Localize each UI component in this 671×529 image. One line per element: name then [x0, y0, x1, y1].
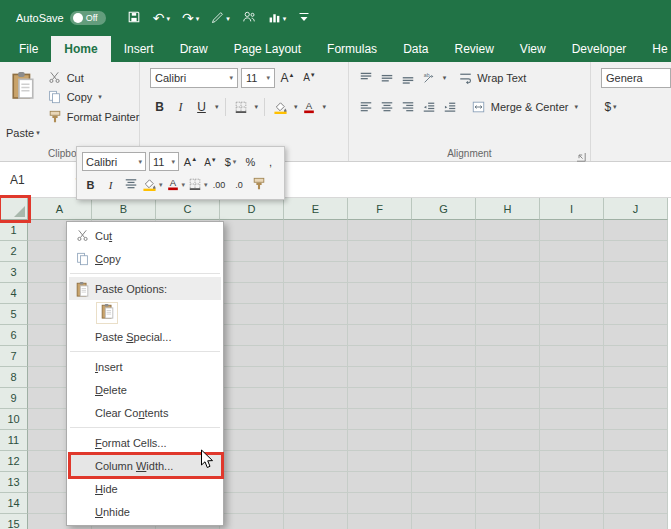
cell-G6[interactable] — [412, 325, 476, 346]
menu-item-hide[interactable]: Hide — [69, 477, 221, 500]
cell-J5[interactable] — [604, 304, 668, 325]
row-header-11[interactable]: 11 — [0, 430, 28, 451]
chart-icon[interactable]: ▾ — [265, 9, 290, 28]
cell-F1[interactable] — [348, 220, 412, 241]
menu-item-column-width[interactable]: Column Width... — [69, 454, 221, 477]
row-header-8[interactable]: 8 — [0, 367, 28, 388]
row-header-14[interactable]: 14 — [0, 493, 28, 514]
column-header-e[interactable]: E — [284, 198, 348, 220]
menu-item-unhide[interactable]: Unhide — [69, 500, 221, 523]
tab-developer[interactable]: Developer — [559, 36, 640, 62]
paste-button[interactable]: Paste▾ — [6, 68, 40, 143]
cell-J12[interactable] — [604, 451, 668, 472]
bottom-align-button[interactable] — [399, 68, 418, 88]
column-header-c[interactable]: C — [156, 198, 220, 220]
mini-italic-button[interactable]: I — [102, 175, 119, 194]
caret-down-icon[interactable]: ▾ — [443, 74, 447, 82]
cell-G4[interactable] — [412, 283, 476, 304]
column-header-j[interactable]: J — [604, 198, 668, 220]
middle-align-button[interactable] — [378, 68, 397, 88]
borders-button[interactable] — [232, 97, 251, 117]
cell-G2[interactable] — [412, 241, 476, 262]
cell-I3[interactable] — [540, 262, 604, 283]
cell-I10[interactable] — [540, 409, 604, 430]
copy-button[interactable]: Copy▾ — [47, 90, 140, 104]
cell-J2[interactable] — [604, 241, 668, 262]
cell-F11[interactable] — [348, 430, 412, 451]
mini-comma-style-button[interactable]: , — [262, 152, 279, 171]
cell-G12[interactable] — [412, 451, 476, 472]
cell-I9[interactable] — [540, 388, 604, 409]
cell-G1[interactable] — [412, 220, 476, 241]
row-header-10[interactable]: 10 — [0, 409, 28, 430]
cell-E2[interactable] — [284, 241, 348, 262]
cell-G10[interactable] — [412, 409, 476, 430]
cell-D8[interactable] — [220, 367, 284, 388]
number-format-combo[interactable]: Genera — [601, 68, 671, 88]
cell-E1[interactable] — [284, 220, 348, 241]
font-size-combo[interactable]: 11▾ — [241, 68, 275, 88]
cell-F2[interactable] — [348, 241, 412, 262]
cell-J15[interactable] — [604, 514, 668, 529]
cell-E13[interactable] — [284, 472, 348, 493]
cell-I15[interactable] — [540, 514, 604, 529]
cell-E9[interactable] — [284, 388, 348, 409]
grow-font-button[interactable]: A▲ — [278, 68, 297, 88]
cell-F9[interactable] — [348, 388, 412, 409]
cell-J13[interactable] — [604, 472, 668, 493]
cell-D11[interactable] — [220, 430, 284, 451]
tab-data[interactable]: Data — [390, 36, 441, 62]
cell-D4[interactable] — [220, 283, 284, 304]
cell-H10[interactable] — [476, 409, 540, 430]
paste-option-button[interactable] — [96, 302, 118, 324]
merge-center-button[interactable]: Merge & Center▾ — [471, 100, 578, 114]
align-right-button[interactable] — [399, 97, 418, 117]
save-icon[interactable] — [124, 8, 144, 28]
cell-H5[interactable] — [476, 304, 540, 325]
row-header-9[interactable]: 9 — [0, 388, 28, 409]
cell-I13[interactable] — [540, 472, 604, 493]
mini-decrease-decimal-button[interactable]: .0 — [231, 175, 248, 194]
decrease-indent-button[interactable] — [420, 97, 439, 117]
menu-item-copy[interactable]: Copy — [69, 247, 221, 270]
cell-J1[interactable] — [604, 220, 668, 241]
orientation-button[interactable]: ab — [420, 68, 439, 88]
menu-item-cut[interactable]: Cut — [69, 224, 221, 247]
row-header-1[interactable]: 1 — [0, 220, 28, 241]
cell-H2[interactable] — [476, 241, 540, 262]
menu-item-insert[interactable]: Insert — [69, 355, 221, 378]
cell-I12[interactable] — [540, 451, 604, 472]
mini-font-size-combo[interactable]: 11▾ — [149, 152, 179, 171]
cell-D1[interactable] — [220, 220, 284, 241]
cell-G15[interactable] — [412, 514, 476, 529]
cell-F15[interactable] — [348, 514, 412, 529]
shrink-font-button[interactable]: A▼ — [300, 68, 319, 88]
cell-G3[interactable] — [412, 262, 476, 283]
people-icon[interactable] — [239, 8, 259, 28]
tab-home[interactable]: Home — [51, 36, 110, 62]
column-header-h[interactable]: H — [476, 198, 540, 220]
cell-H6[interactable] — [476, 325, 540, 346]
cell-J4[interactable] — [604, 283, 668, 304]
column-header-a[interactable]: A — [28, 198, 92, 220]
cell-D15[interactable] — [220, 514, 284, 529]
mini-format-painter-button[interactable] — [251, 175, 268, 194]
cell-I4[interactable] — [540, 283, 604, 304]
cell-E3[interactable] — [284, 262, 348, 283]
cell-H8[interactable] — [476, 367, 540, 388]
cell-H9[interactable] — [476, 388, 540, 409]
tab-view[interactable]: View — [507, 36, 559, 62]
row-header-7[interactable]: 7 — [0, 346, 28, 367]
cell-E6[interactable] — [284, 325, 348, 346]
mini-fill-color-button[interactable]: ▾ — [142, 175, 163, 194]
cell-J3[interactable] — [604, 262, 668, 283]
top-align-button[interactable] — [357, 68, 376, 88]
mini-shrink-font-button[interactable]: A▼ — [202, 152, 219, 171]
cell-F12[interactable] — [348, 451, 412, 472]
cell-E5[interactable] — [284, 304, 348, 325]
column-header-f[interactable]: F — [348, 198, 412, 220]
cell-J10[interactable] — [604, 409, 668, 430]
cell-E14[interactable] — [284, 493, 348, 514]
row-header-4[interactable]: 4 — [0, 283, 28, 304]
cell-E12[interactable] — [284, 451, 348, 472]
